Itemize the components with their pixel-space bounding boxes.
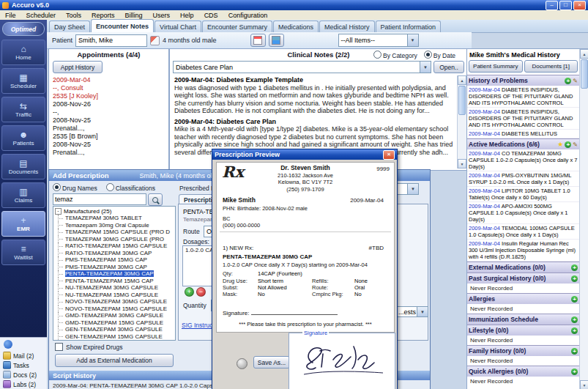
drug-item[interactable]: PMS-TEMAZEPAM 15MG CAP [53,256,175,264]
add-icon[interactable]: + [571,327,578,334]
drug-search-input[interactable] [53,193,146,205]
collapse-icon[interactable]: - [55,208,62,215]
maximize-button[interactable]: □ [559,1,572,10]
info-icon[interactable] [4,340,12,349]
add-icon[interactable]: + [571,316,578,323]
sidebar-item-home[interactable]: ⌂ Home [1,40,45,65]
medication-entry[interactable]: 2009-Mar-04 CO TEMAZEPAM 30MG CAPSULE 1.… [467,149,579,171]
problem-entry[interactable]: 2009-Mar-04 DIABETES INSIPIDUS, DISORDER… [467,86,579,108]
drug-item[interactable]: TEMAZEPAM 30MG TABLET [53,215,175,222]
add-icon[interactable]: + [571,348,578,355]
add-icon[interactable]: + [565,78,571,84]
section-external-medications[interactable]: External Medications (0/0) + [467,262,579,273]
patient-name-field[interactable]: Smith, Mike [75,34,147,47]
scroll-thumb[interactable] [458,86,466,115]
drug-item[interactable]: NOVO-TEMAZEPAM 30MG CAPSULE [53,298,175,305]
menu-billing[interactable]: Billing [120,12,148,19]
tray-item-tasks[interactable]: Tasks [0,360,47,370]
medication-entry[interactable]: 2009-Mar-04 LIPITOR 10MG TABLET 1.0 Tabl… [467,187,579,202]
menu-cds[interactable]: CDS [199,12,223,19]
sidebar-item-emr[interactable]: + EMR [1,211,45,237]
sidebar-item-scheduler[interactable]: ▦ Scheduler [1,68,45,94]
tab-medications[interactable]: Medications [273,21,319,32]
section-past-surgical-history[interactable]: Past Surgical History (0/0) + [467,273,579,284]
drug-item[interactable]: GEN-TEMAZEPAM 15MG CAPSULE [53,333,175,341]
drug-item[interactable]: RATIO-TEMAZEPAM 15MG CAPSULE [53,242,175,250]
section-allergies[interactable]: Allergies + [467,293,579,304]
sidebar-item-patients[interactable]: ☻ Patients [1,125,45,151]
appt-history-button[interactable]: Appt History [53,61,103,73]
drug-item-selected[interactable]: PENTA-TEMAZEPAM 30MG CAP [53,270,175,278]
section-quick-allergies[interactable]: Quick Allergies (0/0) + [467,366,579,377]
tab-encounter-notes[interactable]: Encounter Notes [91,19,154,32]
add-external-medication-button[interactable]: Add as External Medication [55,354,174,367]
drug-item[interactable]: TEMAZEPAM 15MG CAPSULE (PRO D [53,229,175,236]
tab-virtual-chart[interactable]: Virtual Chart [155,21,201,32]
patient-summary-button[interactable]: Patient Summary [469,60,523,73]
section-active-medications[interactable]: Active Medications (6/6) ★ + ✎ [467,138,579,149]
drug-item[interactable]: PMS-TEMAZEPAM 30MG CAP [53,264,175,271]
scroll-down-button[interactable]: ▼ [580,380,588,389]
close-button[interactable]: × [573,1,586,10]
classifications-radio[interactable]: Classifications [106,183,155,192]
medication-entry[interactable]: 2009-Mar-04 Insulin Regular Human Rec 30… [467,240,579,262]
tab-patient-information[interactable]: Patient Information [376,21,442,32]
list-item[interactable]: 2535 [B Brown] [53,133,165,141]
drug-item[interactable]: RATIO-TEMAZEPAM 30MG CAP [53,250,175,257]
sidebar-item-waitlist[interactable]: ≡ Waitlist [1,240,45,265]
signature-capture-panel[interactable]: Signature [289,333,395,389]
list-item[interactable]: Prenatal..., [53,149,165,157]
medication-entry[interactable]: 2009-Mar-04 TEMODAL 100MG CAPSULE 1.0 Ca… [467,224,579,240]
drug-item[interactable]: GMD-TEMAZEPAM 15MG CAPSULE [53,319,175,327]
add-icon[interactable]: + [571,275,578,282]
list-item[interactable]: 2535 [J Kooley] [53,92,165,100]
medication-entry[interactable]: 2009-Mar-04 APO-AMOXI 500MG CAPSULE 1.0 … [467,202,579,224]
tray-item-docs[interactable]: Docs (2) [0,370,47,379]
open-note-button[interactable]: Open.. [433,61,464,73]
close-icon[interactable]: × [383,150,395,160]
add-icon[interactable]: + [571,368,578,375]
list-item[interactable]: --, [53,108,165,116]
edit-icon[interactable]: ✎ [573,78,578,84]
drug-names-radio[interactable]: Drug Names [53,183,97,192]
edit-icon[interactable]: ✎ [573,141,578,148]
scroll-thumb[interactable] [581,59,588,89]
menu-file[interactable]: File [0,12,21,19]
menu-scheduler[interactable]: Scheduler [21,12,62,19]
drug-item[interactable]: GMD-TEMAZEPAM 30MG CAPSULE [53,312,175,319]
drug-item[interactable]: NU-TEMAZEPAM 15MG CAPSULE [53,292,175,299]
add-icon[interactable]: + [565,141,571,148]
list-item[interactable]: 2008-Nov-25 [53,141,165,149]
menu-reports[interactable]: Reports [86,12,120,19]
tests-select[interactable]: ...ests ▼ [395,306,428,317]
drug-item[interactable]: NOVO-TEMAZEPAM 15MG CAPSULE [53,305,175,313]
patient-demographics-button[interactable] [250,34,266,47]
menu-configuration[interactable]: Configuration [223,12,273,19]
section-lifestyle[interactable]: Lifestyle (0/0) + [467,325,579,336]
drug-item[interactable]: NU-TEMAZEPAM 30MG CAPSULE [53,284,175,292]
problem-entry[interactable]: 2009-Mar-04 DIABETES INSIPIDUS, DISORDER… [467,108,579,130]
patient-info-icon[interactable] [150,36,160,45]
show-expired-checkbox[interactable]: Show Expired Drugs [55,343,122,351]
drug-item[interactable]: DOM-TEMAZEPAM [53,340,175,341]
by-date-radio[interactable]: By Date [424,51,455,59]
medication-entry[interactable]: 2009-Mar-04 PMS-OXYBUTININ 1MG/ML SYRUP … [467,171,579,187]
problem-entry[interactable]: 2009-Mar-04 DIABETES MELLITUS [467,130,579,138]
menu-help[interactable]: Help [175,12,199,19]
list-item[interactable]: 2008-Nov-25 [53,116,165,125]
save-as-button[interactable]: Save As... [253,356,290,368]
list-item[interactable]: 2008-Nov-26 [53,100,165,108]
by-category-radio[interactable]: By Category [373,51,417,59]
tree-root[interactable]: - Manufactured (25) [53,207,175,215]
remove-dosage-button[interactable]: − [196,287,206,297]
sidebar-item-traffic[interactable]: ⇆ Traffic [1,97,45,122]
drug-item[interactable]: TEMAZEPAM 30MG CAPSULE (PRO [53,236,175,243]
encounter-filter-select[interactable]: --All Items-- ▼ [338,34,419,47]
drug-item[interactable]: Temazepam 30mg Oral Capsule [53,222,175,229]
documents-button[interactable]: Documents [1] [524,60,578,73]
menu-users[interactable]: Users [148,12,176,19]
tab-medical-history[interactable]: Medical History [319,21,375,32]
patient-chart-button[interactable] [269,34,284,47]
drug-item[interactable]: PENTA-TEMAZEPAM 15MG CAP [53,278,175,285]
menu-tools[interactable]: Tools [61,12,86,19]
